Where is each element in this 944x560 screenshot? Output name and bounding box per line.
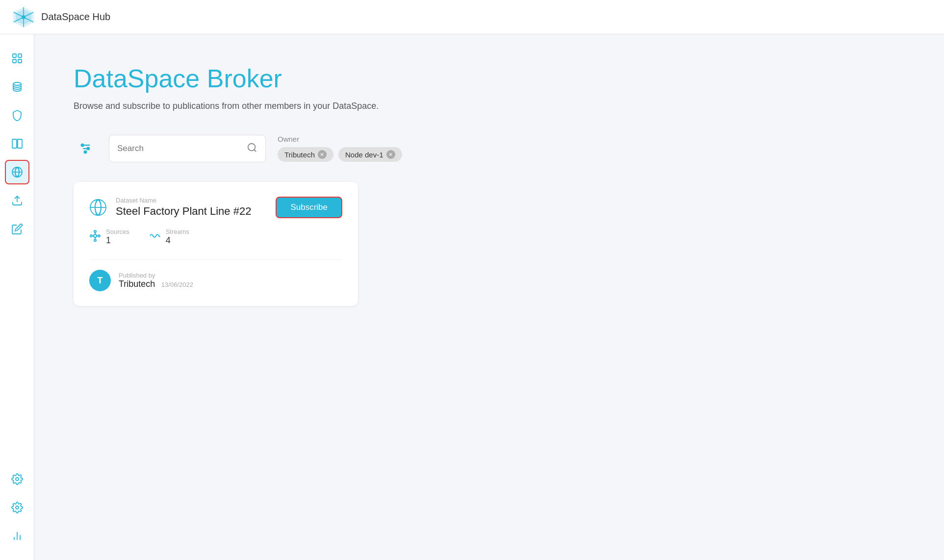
sidebar-item-security[interactable]: [5, 103, 29, 127]
sidebar-item-broker[interactable]: [5, 160, 29, 184]
svg-rect-6: [13, 54, 16, 57]
analytics-icon: [11, 530, 23, 542]
stat-streams-details: Streams 4: [166, 228, 189, 246]
svg-point-25: [81, 144, 84, 147]
svg-point-41: [94, 239, 96, 241]
stat-sources: Sources 1: [89, 228, 129, 246]
svg-rect-7: [18, 54, 22, 57]
card-divider: [89, 259, 342, 260]
owner-filter-area: Owner Tributech ✕ Node dev-1 ✕: [278, 135, 402, 162]
sidebar-item-analytics[interactable]: [5, 524, 29, 548]
card-stats: Sources 1 Streams 4: [89, 228, 342, 246]
dataset-name-label: Dataset Name: [116, 197, 267, 204]
sidebar-item-edit[interactable]: [5, 217, 29, 241]
search-icon: [247, 142, 257, 155]
svg-point-10: [13, 82, 21, 85]
published-by-label: Published by: [119, 272, 193, 279]
publisher-avatar: T: [89, 270, 111, 291]
dataset-icon: [89, 199, 107, 218]
sidebar-item-settings[interactable]: [5, 495, 29, 520]
search-input[interactable]: [117, 144, 247, 153]
publisher-name: Tributech: [119, 279, 155, 289]
filter-button[interactable]: [74, 135, 97, 162]
sidebar: [0, 34, 34, 560]
page-subtitle: Browse and subscribe to publications fro…: [74, 101, 905, 111]
owner-tag-tributech-label: Tributech: [284, 151, 315, 159]
owner-tag-tributech[interactable]: Tributech ✕: [278, 147, 333, 162]
svg-point-5: [22, 15, 26, 19]
svg-rect-9: [18, 59, 22, 63]
publisher-row: T Published by Tributech 13/06/2022: [89, 270, 342, 291]
database-icon: [11, 81, 23, 93]
owner-tags: Tributech ✕ Node dev-1 ✕: [278, 147, 402, 162]
dashboard-icon: [11, 52, 23, 64]
streams-value: 4: [166, 235, 189, 246]
publisher-info: Published by Tributech 13/06/2022: [119, 272, 193, 289]
svg-point-18: [16, 506, 19, 509]
svg-point-33: [94, 234, 97, 237]
header: DataSpace Hub: [0, 0, 944, 34]
upload-icon: [11, 195, 23, 206]
stat-streams: Streams 4: [149, 228, 189, 246]
tools-icon: [11, 473, 23, 485]
sidebar-item-database[interactable]: [5, 75, 29, 99]
stat-sources-details: Sources 1: [106, 228, 129, 246]
dataset-name: Steel Factory Plant Line #22: [116, 205, 267, 218]
svg-rect-12: [18, 139, 22, 148]
filter-icon: [78, 142, 92, 155]
sidebar-item-tools[interactable]: [5, 467, 29, 491]
page-title: DataSpace Broker: [74, 64, 905, 93]
main-content: DataSpace Broker Browse and subscribe to…: [34, 34, 944, 560]
owner-tag-node-dev-1-close[interactable]: ✕: [386, 150, 395, 159]
sidebar-item-publications[interactable]: [5, 131, 29, 156]
svg-point-27: [84, 151, 87, 153]
shield-icon: [11, 109, 23, 121]
svg-point-35: [98, 235, 100, 237]
settings-icon: [11, 502, 23, 513]
sidebar-item-upload[interactable]: [5, 188, 29, 213]
sources-label: Sources: [106, 228, 129, 235]
card-top: Dataset Name Steel Factory Plant Line #2…: [89, 197, 342, 218]
streams-icon: [149, 230, 161, 244]
svg-point-28: [248, 144, 255, 151]
svg-line-29: [254, 150, 256, 152]
publisher-date: 13/06/2022: [161, 281, 193, 288]
app-logo: [12, 5, 35, 29]
app-title: DataSpace Hub: [41, 11, 110, 23]
edit-icon: [11, 223, 23, 235]
dataset-info: Dataset Name Steel Factory Plant Line #2…: [116, 197, 267, 218]
owner-label: Owner: [278, 135, 402, 143]
svg-point-40: [94, 230, 96, 232]
sources-value: 1: [106, 235, 129, 246]
svg-point-34: [90, 235, 92, 237]
body-layout: DataSpace Broker Browse and subscribe to…: [0, 34, 944, 560]
owner-tag-tributech-close[interactable]: ✕: [318, 150, 327, 159]
owner-tag-node-dev-1[interactable]: Node dev-1 ✕: [338, 147, 402, 162]
search-box: [109, 135, 266, 162]
sources-icon: [89, 230, 101, 244]
owner-tag-node-dev-1-label: Node dev-1: [345, 151, 383, 159]
dataset-card: Dataset Name Steel Factory Plant Line #2…: [74, 182, 358, 306]
svg-rect-11: [12, 139, 17, 148]
broker-icon: [11, 166, 23, 178]
subscribe-button[interactable]: Subscribe: [276, 197, 342, 218]
search-area: Owner Tributech ✕ Node dev-1 ✕: [74, 135, 905, 162]
svg-point-17: [16, 478, 19, 481]
svg-point-26: [87, 148, 90, 150]
streams-label: Streams: [166, 228, 189, 235]
publications-icon: [11, 138, 23, 150]
logo-wrapper: DataSpace Hub: [12, 5, 110, 29]
sidebar-bottom: [5, 467, 29, 560]
svg-rect-8: [13, 59, 16, 63]
sidebar-item-dashboard[interactable]: [5, 46, 29, 71]
